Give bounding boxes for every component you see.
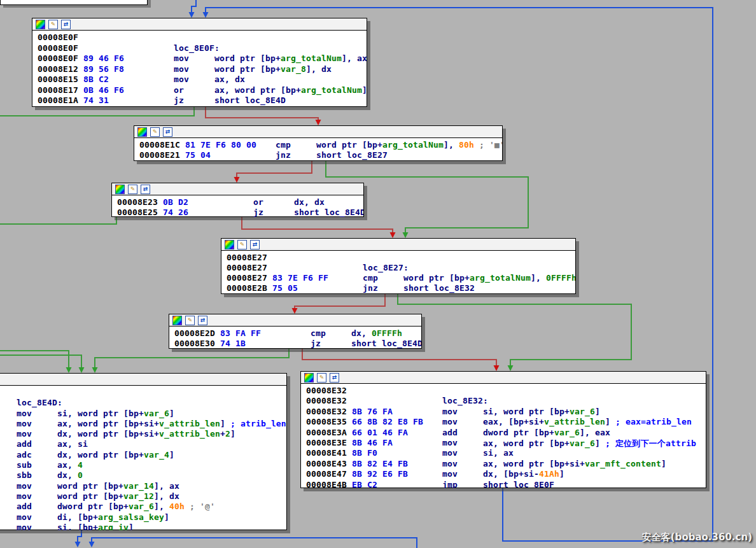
asm-line[interactable]: 00008E32loc_8E32: [301,396,706,406]
asm-line[interactable]: 00008E0F [32,32,367,43]
asm-line[interactable] [0,388,286,398]
asm-line[interactable]: 00008E3E8B 46 FAmovax, word ptr [bp+var_… [301,438,706,448]
asm-line[interactable]: 00008E1C81 7E F6 80 00cmpword ptr [bp+ar… [134,140,502,150]
asm-line[interactable]: movdi, [bp+arg_salsa_key] [0,512,286,523]
asm-line[interactable]: loc_8E4D: [0,398,286,408]
operand-text: + [220,429,225,439]
graph-canvas[interactable]: 安全客(bobao.360.cn) ✎⇄00008E0F00008E0Floc_… [0,0,756,548]
asm-line[interactable]: 00008E27 [221,253,575,263]
block-titlebar[interactable]: ✎⇄ [221,239,575,251]
operand-text: ax, word ptr [bp+si+ [57,419,159,428]
asm-operands: eax, [bp+si+v_attrib_len] ; eax=atrib_le… [483,417,692,426]
edge-arrowhead-icon [92,367,98,373]
palette-icon[interactable] [115,185,125,194]
asm-line[interactable]: 00008E2D83 FA FFcmpdx, 0FFFFh [169,328,421,339]
asm-text: loc_8E32: [442,396,488,405]
asm-text: mov [17,429,32,439]
operand-text: ] [595,439,600,448]
block-titlebar[interactable]: ✎⇄ [301,372,706,384]
flow-edge-green [95,349,289,367]
asm-line[interactable]: adddword ptr [bp+var_6], 40h ; '@' [0,502,286,512]
asm-line[interactable]: 00008E3074 1Bjzshort loc_8E4D [169,339,421,349]
block-fragment[interactable] [0,0,148,5]
asm-line[interactable]: subax, 4 [0,460,286,470]
asm-line[interactable]: 00008E1A74 31jzshort loc_8E4D [32,95,367,106]
palette-icon[interactable] [137,127,147,137]
asm-operands: dx, word ptr [bp+si+v_attrib_len+2] [57,429,235,439]
block-titlebar[interactable]: ✎⇄ [112,183,363,195]
asm-line[interactable]: movsi, [bp+arg_iv] [0,523,286,530]
asm-line[interactable]: adcdx, word ptr [bp+var_4] [0,450,286,460]
asm-line[interactable]: movsi, word ptr [bp+var_6] [0,409,286,419]
xrefs-graph-icon[interactable]: ⇄ [330,373,339,383]
asm-line[interactable]: 00008E1289 56 F8movword ptr [bp+var_8], … [32,64,367,75]
operand-text: dword ptr [bp+ [483,428,554,437]
asm-line[interactable]: 00008E32 [301,386,706,396]
asm-operands: word ptr [bp+arg_totalNum], 0FFFFh [403,273,575,283]
asm-line[interactable]: 00008E2B75 05jnzshort loc_8E32 [221,283,575,293]
block-titlebar[interactable]: ✎⇄ [169,314,421,327]
basic-block-8E2D[interactable]: ✎⇄00008E2D83 FA FFcmpdx, 0FFFFh00008E307… [169,314,422,349]
asm-line[interactable]: 00008E0F89 46 F6movword ptr [bp+arg_tota… [32,53,367,64]
asm-address: 00008E0F [38,43,78,53]
palette-icon[interactable] [304,373,314,383]
asm-line[interactable]: 00008E170B 46 F6orax, word ptr [bp+arg_t… [32,85,367,96]
xrefs-graph-icon[interactable]: ⇄ [61,20,71,29]
asm-line[interactable]: 00008E2783 7E F6 FFcmpword ptr [bp+arg_t… [221,273,575,283]
block-titlebar[interactable]: ✎⇄ [134,126,502,138]
asm-line[interactable]: 00008E4BEB C2jmpshort loc_8E0F [301,480,706,488]
asm-line[interactable]: 00008E418B F0movsi, ax [301,448,706,458]
asm-line[interactable]: movword ptr [bp+var_14], ax [0,481,286,491]
asm-line[interactable]: movword ptr [bp+var_12], dx [0,491,286,502]
palette-icon[interactable] [172,316,182,325]
asm-text: loc_8E27: [363,263,409,272]
xrefs-graph-icon[interactable]: ⇄ [250,240,260,249]
asm-text: mov [442,459,458,468]
asm-line[interactable]: 00008E3566 8B 82 E8 FBmoveax, [bp+si+v_a… [301,417,706,427]
edit-comment-icon[interactable]: ✎ [128,185,137,194]
asm-line[interactable]: 00008E158B C2movax, dx [32,74,367,85]
operand-text: short loc_8E4D [351,339,421,348]
block-titlebar[interactable]: ✎⇄ [32,18,367,31]
asm-operands: si, word ptr [bp+var_6] [483,407,600,416]
asm-line[interactable]: 00008E438B 82 E4 FBmovax, word ptr [bp+s… [301,459,706,469]
asm-line[interactable]: addax, si [0,439,286,449]
operand-text: dx, [bp+si- [483,469,539,479]
asm-line[interactable]: 00008E27loc_8E27: [221,263,575,273]
basic-block-8E23[interactable]: ✎⇄00008E230B D2ordx, dx00008E2574 26jzsh… [111,183,364,217]
asm-line[interactable]: 00008E2175 04jnzshort loc_8E27 [134,150,502,160]
edit-comment-icon[interactable]: ✎ [48,20,58,29]
block-titlebar[interactable]: ✎⇄ [0,374,286,386]
edit-comment-icon[interactable]: ✎ [150,127,160,137]
asm-line[interactable]: 00008E0Floc_8E0F: [32,43,367,54]
edit-comment-icon[interactable]: ✎ [237,240,247,249]
asm-address: 00008E3E [306,438,347,447]
palette-icon[interactable] [36,20,45,29]
asm-line[interactable]: 00008E230B D2ordx, dx [112,197,363,207]
basic-block-8E0F[interactable]: ✎⇄00008E0F00008E0Floc_8E0F:00008E0F89 46… [32,18,367,107]
asm-line[interactable]: movdx, word ptr [bp+si+v_attrib_len+2] [0,429,286,439]
asm-line[interactable]: 00008E3A66 01 46 FAadddword ptr [bp+var_… [301,428,706,438]
asm-line[interactable]: movax, word ptr [bp+si+v_attrib_len] ; a… [0,419,286,429]
asm-address: 00008E27 [227,273,267,283]
identifier: v_attrib_len [544,417,605,426]
asm-line[interactable]: sbbdx, 0 [0,470,286,481]
edge-arrowhead-icon [508,365,514,371]
xrefs-graph-icon[interactable]: ⇄ [141,185,150,194]
basic-block-8E32[interactable]: ✎⇄00008E3200008E32loc_8E32:00008E328B 76… [300,371,706,488]
operand-text: short loc_8E27 [316,150,388,160]
basic-block-8E4D[interactable]: ✎⇄loc_8E4D:movsi, word ptr [bp+var_6]mov… [0,373,287,530]
asm-line[interactable]: 00008E2574 26jzshort loc_8E4D [112,207,363,217]
palette-icon[interactable] [225,240,234,249]
asm-line[interactable]: 00008E328B 76 FAmovsi, word ptr [bp+var_… [301,407,706,417]
basic-block-8E27[interactable]: ✎⇄00008E2700008E27loc_8E27:00008E2783 7E… [221,238,576,294]
asm-text: or [253,197,263,207]
xrefs-graph-icon[interactable]: ⇄ [198,316,207,325]
asm-text: mov [442,417,458,426]
xrefs-graph-icon[interactable]: ⇄ [163,127,172,137]
flow-edge-blue [192,0,196,12]
edit-comment-icon[interactable]: ✎ [317,373,326,383]
asm-line[interactable]: 00008E478B 92 E6 FBmovdx, [bp+si-41Ah] [301,469,706,479]
edit-comment-icon[interactable]: ✎ [185,316,195,325]
basic-block-8E1C[interactable]: ✎⇄00008E1C81 7E F6 80 00cmpword ptr [bp+… [134,125,503,161]
